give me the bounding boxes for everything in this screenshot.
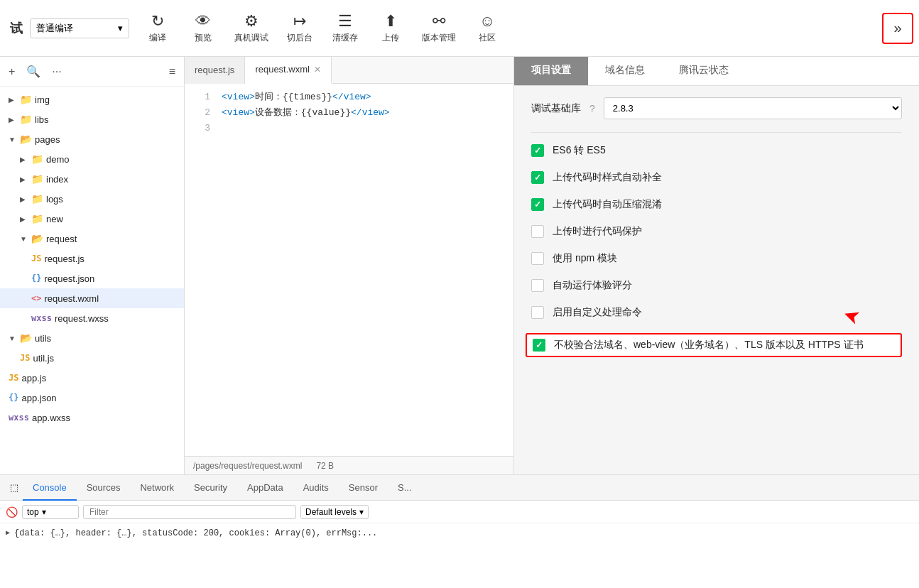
- preview-icon: 👁: [195, 12, 211, 31]
- version-button[interactable]: ⚯ 版本管理: [415, 9, 463, 47]
- arrow-icon: ▶: [20, 215, 28, 223]
- folder-libs[interactable]: ▶ 📁 libs: [0, 109, 184, 129]
- community-label: 社区: [479, 32, 496, 44]
- console-text: {data: {…}, header: {…}, statusCode: 200…: [14, 526, 377, 540]
- debug-button[interactable]: ⚙ 真机调试: [227, 9, 276, 47]
- preview-button[interactable]: 👁 预览: [182, 9, 224, 47]
- more-options-button[interactable]: ···: [49, 64, 64, 80]
- tab-close-button[interactable]: ✕: [314, 65, 321, 75]
- select-tool-button[interactable]: ⬚: [6, 475, 23, 501]
- tab-sensor[interactable]: Sensor: [339, 475, 388, 501]
- checkbox-no-verify[interactable]: [533, 339, 545, 352]
- tab-security[interactable]: Security: [184, 475, 237, 501]
- divider: [531, 132, 902, 133]
- checkbox-custom-cmd[interactable]: [531, 306, 544, 319]
- console-filter-input[interactable]: [83, 505, 296, 519]
- file-request-wxss[interactable]: wxss request.wxss: [0, 308, 184, 328]
- clear-icon: ☰: [338, 12, 352, 31]
- add-file-button[interactable]: +: [6, 64, 18, 80]
- checkbox-label-ux: 自动运行体验评分: [553, 279, 632, 292]
- toolbar-left: 试 普通编译 ▾: [6, 18, 134, 38]
- folder-index[interactable]: ▶ 📁 index: [0, 169, 184, 189]
- file-request-js[interactable]: JS request.js: [0, 249, 184, 268]
- tab-request-js[interactable]: request.js: [185, 57, 245, 84]
- checkbox-es6[interactable]: [531, 144, 544, 157]
- sort-button[interactable]: ≡: [166, 64, 178, 80]
- line-number: 3: [190, 121, 210, 136]
- compile-button[interactable]: ↻ 编译: [136, 9, 179, 47]
- tab-audits[interactable]: Audits: [293, 475, 339, 501]
- more-button[interactable]: »: [882, 13, 913, 44]
- tab-request-wxml[interactable]: request.wxml ✕: [245, 57, 332, 84]
- no-verify-container: ➤ 不校验合法域名、web-view（业务域名）、TLS 版本以及 HTTPS …: [531, 333, 902, 357]
- tab-more[interactable]: S...: [388, 475, 422, 501]
- setting-es6: ES6 转 ES5: [531, 144, 902, 157]
- checkbox-npm[interactable]: [531, 252, 544, 265]
- file-app-wxss[interactable]: wxss app.wxss: [0, 408, 184, 428]
- tab-project-settings[interactable]: 项目设置: [514, 57, 588, 85]
- code-line-1: 1 <view>时间：{{times}}</view>: [185, 89, 513, 105]
- folder-label: request: [46, 234, 77, 244]
- devtools-toolbar: 🚫 top ▾ Default levels ▾: [0, 501, 919, 523]
- chevron-down-icon: ▾: [42, 507, 46, 517]
- folder-utils[interactable]: ▼ 📂 utils: [0, 328, 184, 348]
- debug-base-select[interactable]: 2.8.3: [604, 97, 902, 119]
- folder-logs[interactable]: ▶ 📁 logs: [0, 189, 184, 209]
- expand-icon[interactable]: ▶: [6, 526, 10, 540]
- clear-label: 清缓存: [332, 32, 358, 44]
- file-label: util.js: [33, 353, 54, 364]
- code-text: <view>时间：{{times}}</view>: [222, 89, 371, 105]
- debug-icon: ⚙: [244, 12, 259, 31]
- file-label: request.wxss: [55, 313, 109, 324]
- folder-pages[interactable]: ▼ 📂 pages: [0, 129, 184, 149]
- line-number: 1: [190, 89, 210, 105]
- checkbox-label-no-verify: 不校验合法域名、web-view（业务域名）、TLS 版本以及 HTTPS 证书: [554, 339, 864, 352]
- help-icon[interactable]: ?: [589, 103, 595, 114]
- code-text: <view>设备数据：{{value}}</view>: [222, 105, 390, 121]
- checkbox-ux[interactable]: [531, 279, 544, 292]
- no-entry-icon[interactable]: 🚫: [6, 506, 18, 518]
- file-request-json[interactable]: {} request.json: [0, 268, 184, 288]
- search-button[interactable]: 🔍: [23, 63, 43, 80]
- arrow-icon: ▶: [20, 195, 28, 203]
- upload-button[interactable]: ⬆ 上传: [369, 9, 412, 47]
- editor-content[interactable]: 1 <view>时间：{{times}}</view> 2 <view>设备数据…: [185, 84, 513, 456]
- folder-new[interactable]: ▶ 📁 new: [0, 209, 184, 229]
- line-number: 2: [190, 105, 210, 121]
- file-app-js[interactable]: JS app.js: [0, 368, 184, 388]
- file-request-wxml[interactable]: <> request.wxml: [0, 288, 184, 308]
- wxss-file-icon: wxss: [31, 313, 52, 323]
- community-button[interactable]: ☺ 社区: [466, 9, 509, 47]
- context-select[interactable]: top ▾: [22, 505, 79, 519]
- wxss-file-icon: wxss: [9, 413, 29, 423]
- compile-mode-select[interactable]: 普通编译 ▾: [30, 18, 129, 38]
- debug-base-label: 调试基础库: [531, 102, 581, 115]
- setting-no-verify: 不校验合法域名、web-view（业务域名）、TLS 版本以及 HTTPS 证书: [526, 333, 902, 357]
- tab-tencent-cloud[interactable]: 腾讯云状态: [662, 57, 746, 85]
- folder-demo[interactable]: ▶ 📁 demo: [0, 149, 184, 169]
- tab-domain-info[interactable]: 域名信息: [588, 57, 662, 85]
- file-app-json[interactable]: {} app.json: [0, 388, 184, 408]
- json-file-icon: {}: [31, 273, 41, 283]
- tab-sources[interactable]: Sources: [77, 475, 131, 501]
- chevron-down-icon: ▾: [118, 23, 123, 33]
- compile-icon: ↻: [151, 12, 164, 31]
- checkbox-style-auto[interactable]: [531, 171, 544, 184]
- log-levels-select[interactable]: Default levels ▾: [300, 505, 369, 519]
- setting-protect: 上传时进行代码保护: [531, 225, 902, 238]
- tab-network[interactable]: Network: [130, 475, 184, 501]
- folder-label: img: [35, 94, 50, 105]
- file-util-js[interactable]: JS util.js: [0, 348, 184, 368]
- tab-appdata[interactable]: AppData: [237, 475, 293, 501]
- tab-console[interactable]: Console: [23, 475, 77, 501]
- cut-button[interactable]: ↦ 切后台: [278, 9, 321, 47]
- devtools-content: ▶ {data: {…}, header: {…}, statusCode: 2…: [0, 523, 919, 588]
- checkbox-protect[interactable]: [531, 225, 544, 238]
- folder-request[interactable]: ▼ 📂 request: [0, 229, 184, 249]
- checkbox-compress[interactable]: [531, 198, 544, 211]
- folder-img[interactable]: ▶ 📁 img: [0, 89, 184, 109]
- clear-button[interactable]: ☰ 清缓存: [324, 9, 366, 47]
- folder-icon: 📁: [31, 153, 43, 165]
- folder-label: index: [46, 174, 68, 185]
- sidebar-toolbar: + 🔍 ··· ≡: [0, 57, 184, 87]
